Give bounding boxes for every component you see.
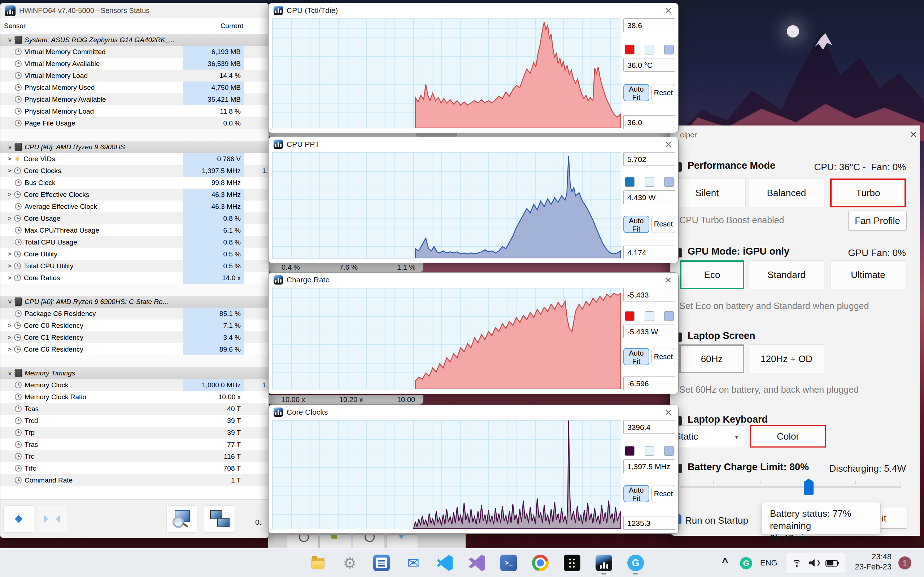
hwinfo-titlebar[interactable]: HWiNFO64 v7.40-5000 - Sensors Status <box>0 3 268 18</box>
sensor-row[interactable]: Total CPU Usage0.8 % <box>0 236 268 248</box>
expand-chevron-icon[interactable]: > <box>5 263 14 270</box>
gpu-ultimate-button[interactable]: Ultimate <box>830 260 906 289</box>
sensor-row[interactable]: >Core Ratios14.0 x <box>0 272 268 284</box>
sensor-row[interactable]: Physical Memory Load11.8 % <box>0 105 268 117</box>
grammarly-tray-icon[interactable]: G <box>740 557 752 569</box>
auto-fit-button[interactable]: Auto Fit <box>624 216 649 233</box>
sensor-row[interactable]: Memory Clock1,000.0 MHz1, <box>0 379 268 391</box>
sensor-row[interactable]: Virtual Memory Committed6,193 MB <box>0 46 268 58</box>
quick-settings-pill[interactable] <box>785 553 845 574</box>
auto-fit-button[interactable]: Auto Fit <box>624 485 649 502</box>
sensor-row[interactable]: Physical Memory Available35,421 MB <box>0 93 268 105</box>
mode-silent-button[interactable]: Silent <box>669 179 746 207</box>
graph-titlebar[interactable]: CPU PPT × <box>268 137 678 152</box>
series-color-swatch[interactable] <box>625 45 635 55</box>
reset-button[interactable]: Reset <box>651 348 675 365</box>
expand-chevron-icon[interactable]: > <box>6 142 13 152</box>
graph-titlebar[interactable]: Charge Rate × <box>268 272 678 287</box>
series-color-swatch[interactable] <box>625 446 635 456</box>
sensor-row[interactable]: Trp39 T <box>0 427 268 438</box>
sensor-row[interactable]: >Core Effective Clocks46.3 MHz <box>0 189 268 200</box>
taskbar-icon-remote-desktop[interactable] <box>564 554 580 571</box>
sensor-row[interactable]: Command Rate1 T <box>0 474 268 486</box>
taskbar-icon-powershell[interactable]: >_ <box>500 554 517 571</box>
expand-chevron-icon[interactable]: > <box>5 322 14 329</box>
sensor-row[interactable]: Trc116 T <box>0 450 268 462</box>
mode-balanced-button[interactable]: Balanced <box>749 179 824 207</box>
graph-titlebar[interactable]: Core Clocks × <box>268 405 678 419</box>
expand-chevron-icon[interactable]: > <box>5 155 14 163</box>
sensor-row[interactable]: Memory Clock Ratio10.00 x <box>0 391 268 403</box>
grid-color-swatch[interactable] <box>664 311 674 321</box>
sensor-row[interactable]: Virtual Memory Available36,539 MB <box>0 58 268 69</box>
sensor-row[interactable]: Trfc708 T <box>0 462 268 474</box>
sensor-row[interactable]: >Core VIDs0.786 V <box>0 153 268 165</box>
taskbar-icon-visual-studio[interactable] <box>468 554 485 571</box>
auto-fit-button[interactable]: Auto Fit <box>624 84 649 102</box>
close-icon[interactable]: × <box>665 138 672 151</box>
sensor-row[interactable]: Tcas40 T <box>0 403 268 415</box>
slider-thumb[interactable] <box>804 479 814 495</box>
collapse-columns-button[interactable] <box>36 505 68 533</box>
notification-badge[interactable]: 1 <box>898 556 911 569</box>
sensor-row[interactable]: >Total CPU Utility0.5 % <box>0 260 268 272</box>
grid-color-swatch[interactable] <box>664 446 674 456</box>
language-indicator[interactable]: ENG <box>760 558 777 567</box>
sensor-row[interactable]: >Core Clocks1,397.5 MHz1, <box>0 165 268 177</box>
close-icon[interactable]: × <box>910 128 917 141</box>
series-color-swatch[interactable] <box>625 177 635 187</box>
sensor-row[interactable]: Tras77 T <box>0 438 268 450</box>
graph-titlebar[interactable]: CPU (Tctl/Tdie) × <box>268 3 678 18</box>
battery-limit-slider[interactable] <box>680 486 901 488</box>
keyboard-color-button[interactable]: Color <box>750 425 826 448</box>
reset-button[interactable]: Reset <box>651 216 675 233</box>
expand-chevron-icon[interactable]: > <box>6 35 13 45</box>
sensor-row[interactable]: Max CPU/Thread Usage6.1 % <box>0 224 268 236</box>
remote-monitoring-button[interactable] <box>204 505 235 533</box>
column-current[interactable]: Current <box>221 22 243 30</box>
sensor-row[interactable]: >Core C0 Residency7.1 % <box>0 319 268 331</box>
screen-60hz-button[interactable]: 60Hz <box>679 344 744 373</box>
taskbar-icon-mail[interactable]: ✉ <box>405 554 422 571</box>
sensor-row[interactable]: >Core Usage0.8 % <box>0 213 268 224</box>
background-color-swatch[interactable] <box>645 311 654 321</box>
sensor-row[interactable]: Physical Memory Used4,750 MB <box>0 82 268 93</box>
sensor-row[interactable]: Average Effective Clock46.3 MHz <box>0 200 268 213</box>
close-icon[interactable]: × <box>665 4 672 17</box>
expand-chevron-icon[interactable]: > <box>6 368 13 378</box>
taskbar-icon-hwinfo[interactable] <box>596 554 612 571</box>
taskbar-icon-g-helper[interactable]: G <box>627 554 644 571</box>
clock[interactable]: 23:48 23-Feb-23 <box>852 552 892 572</box>
expand-chevron-icon[interactable]: > <box>5 251 14 258</box>
expand-chevron-icon[interactable]: > <box>5 215 14 222</box>
sensor-row[interactable]: >Core C6 Residency89.6 % <box>0 343 268 355</box>
auto-fit-button[interactable]: Auto Fit <box>624 348 649 365</box>
background-color-swatch[interactable] <box>645 177 654 187</box>
taskbar-icon-chrome[interactable] <box>532 554 549 571</box>
expand-chevron-icon[interactable]: > <box>6 297 13 307</box>
expand-chevron-icon[interactable]: > <box>5 191 14 198</box>
background-color-swatch[interactable] <box>645 446 654 456</box>
grid-color-swatch[interactable] <box>664 177 674 187</box>
sensor-row[interactable]: Bus Clock99.8 MHz <box>0 177 268 189</box>
expand-chevron-icon[interactable]: > <box>5 334 14 341</box>
sensor-row[interactable]: Package C6 Residency85.1 % <box>0 308 268 319</box>
mode-turbo-button[interactable]: Turbo <box>830 179 906 207</box>
reset-button[interactable]: Reset <box>651 485 675 502</box>
screen-120hz-button[interactable]: 120Hz + OD <box>749 344 824 373</box>
sensor-row[interactable]: >Core Utility0.5 % <box>0 248 268 260</box>
sensor-group-row[interactable]: >CPU [#0]: AMD Ryzen 9 6900HS <box>0 141 268 153</box>
taskbar-icon-file-explorer[interactable] <box>310 554 326 571</box>
series-color-swatch[interactable] <box>625 311 635 321</box>
sensor-row[interactable]: >Core C1 Residency3.4 % <box>0 331 268 343</box>
column-sensor[interactable]: Sensor <box>4 22 26 30</box>
taskbar-icon-hardware-panel[interactable] <box>373 554 390 571</box>
sensor-row[interactable]: Trcd39 T <box>0 415 268 427</box>
keyboard-mode-dropdown[interactable]: Static ▼ <box>668 425 744 447</box>
close-icon[interactable]: × <box>665 273 672 286</box>
gpu-eco-button[interactable]: Eco <box>680 260 744 289</box>
expand-chevron-icon[interactable]: > <box>5 274 14 282</box>
close-icon[interactable]: × <box>665 406 672 419</box>
tray-chevron-up-icon[interactable]: ^ <box>722 556 729 568</box>
gpu-standard-button[interactable]: Standard <box>749 260 824 289</box>
